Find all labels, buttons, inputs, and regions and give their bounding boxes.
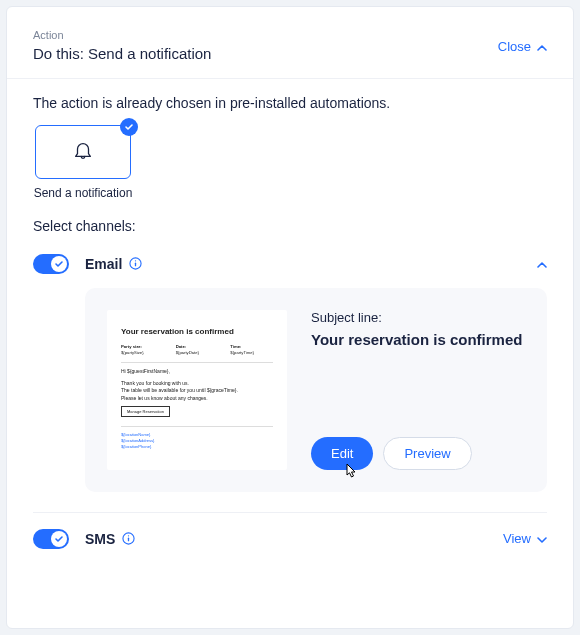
edit-button[interactable]: Edit [311,437,373,470]
description: The action is already chosen in pre-inst… [33,95,547,111]
action-tile[interactable] [35,125,131,179]
toggle-knob [51,531,67,547]
info-icon[interactable] [128,257,142,271]
svg-rect-5 [128,535,129,536]
sms-toggle[interactable] [33,529,69,549]
view-label: View [503,531,531,546]
chevron-up-icon [537,39,547,54]
action-tile-wrap: Send a notification [33,125,133,202]
header-kicker: Action [33,29,211,41]
thumb-links: ${locationName} ${locationAddress} ${loc… [121,432,273,450]
preview-button[interactable]: Preview [383,437,471,470]
select-channels-label: Select channels: [33,218,547,234]
email-label-text: Email [85,256,122,272]
channel-row-email: Email [33,248,547,288]
bell-icon [72,139,94,165]
svg-rect-1 [135,263,136,267]
header-left: Action Do this: Send a notification [33,29,211,62]
sms-view-button[interactable]: View [503,531,547,546]
email-preview-thumbnail[interactable]: Your reservation is confirmed Party size… [107,310,287,470]
channel-label-email: Email [85,256,521,272]
action-tile-label: Send a notification [34,186,133,202]
info-icon[interactable] [121,532,135,546]
thumb-manage-button: Manage Reservation [121,406,170,417]
channel-label-sms: SMS [85,531,487,547]
email-panel-right: Subject line: Your reservation is confir… [311,310,525,470]
panel-actions: Edit Preview [311,437,525,470]
email-collapse-button[interactable] [537,256,547,271]
check-badge-icon [120,118,138,136]
thumb-grid: Party size:${partySize} Date:${partyDate… [121,344,273,357]
close-button[interactable]: Close [498,39,547,54]
channel-row-sms: SMS View [33,512,547,549]
thumb-title: Your reservation is confirmed [121,326,273,338]
subject-value: Your reservation is confirmed [311,331,525,348]
card-header: Action Do this: Send a notification Clos… [7,7,573,79]
subject-label: Subject line: [311,310,525,325]
email-panel: Your reservation is confirmed Party size… [85,288,547,492]
email-toggle[interactable] [33,254,69,274]
chevron-up-icon [537,256,547,271]
sms-label-text: SMS [85,531,115,547]
svg-rect-2 [135,260,136,261]
close-label: Close [498,39,531,54]
chevron-down-icon [537,531,547,546]
svg-rect-4 [128,538,129,542]
card-body: The action is already chosen in pre-inst… [7,79,573,628]
header-title: Do this: Send a notification [33,45,211,62]
toggle-knob [51,256,67,272]
action-card: Action Do this: Send a notification Clos… [6,6,574,629]
